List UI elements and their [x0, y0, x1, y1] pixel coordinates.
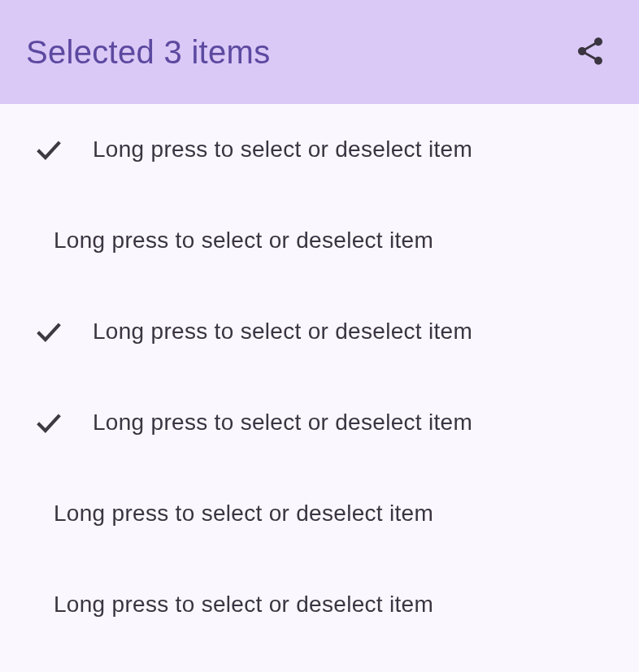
list-item-label: Long press to select or deselect item	[54, 501, 433, 527]
list-item-label: Long press to select or deselect item	[93, 410, 472, 436]
list-item-label: Long press to select or deselect item	[93, 319, 472, 345]
list-item[interactable]: Long press to select or deselect item	[0, 468, 639, 559]
list-item[interactable]: Long press to select or deselect item	[0, 104, 639, 195]
item-list: Long press to select or deselect item Lo…	[0, 104, 639, 650]
share-icon	[574, 35, 606, 70]
list-item-label: Long press to select or deselect item	[93, 137, 472, 163]
check-icon	[33, 406, 65, 439]
list-item[interactable]: Long press to select or deselect item	[0, 377, 639, 468]
list-item[interactable]: Long press to select or deselect item	[0, 559, 639, 650]
list-item-label: Long press to select or deselect item	[54, 592, 433, 618]
selection-title: Selected 3 items	[26, 34, 271, 71]
list-item[interactable]: Long press to select or deselect item	[0, 195, 639, 286]
list-item[interactable]: Long press to select or deselect item	[0, 286, 639, 377]
list-item-label: Long press to select or deselect item	[54, 228, 433, 254]
check-icon	[33, 315, 65, 348]
selection-header: Selected 3 items	[0, 0, 639, 104]
check-icon	[33, 133, 65, 166]
share-button[interactable]	[567, 28, 613, 76]
